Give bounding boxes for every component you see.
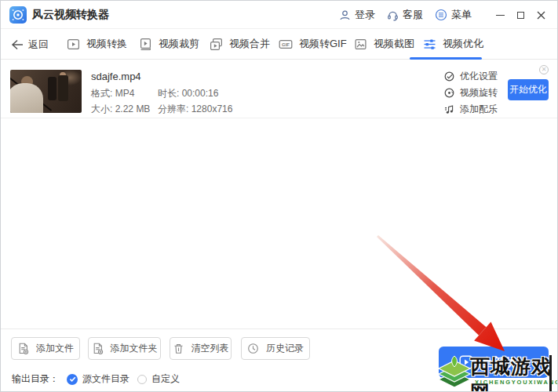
app-logo-icon: [9, 6, 27, 24]
music-note-icon: [444, 104, 454, 114]
tab-video-to-gif[interactable]: GIF 视频转GIF: [279, 37, 347, 51]
tab-label: 视频转换: [86, 37, 127, 51]
history-clock-icon: [247, 343, 259, 354]
radio-unchecked-icon: [137, 375, 147, 384]
radio-checked-icon: [67, 374, 78, 385]
toolbar-button-label: 清空列表: [191, 342, 229, 355]
maximize-button[interactable]: [510, 1, 531, 29]
back-button[interactable]: 返回: [11, 38, 49, 52]
toolbar-divider: [1, 328, 558, 329]
video-convert-icon: [67, 38, 80, 51]
tab-video-convert[interactable]: 视频转换: [67, 37, 127, 51]
remove-file-icon[interactable]: ✕: [539, 65, 549, 74]
tab-label: 视频转GIF: [299, 37, 347, 51]
tab-video-merge[interactable]: 视频合并: [210, 37, 270, 51]
gif-icon: GIF: [279, 38, 293, 51]
action-label: 添加配乐: [460, 103, 498, 116]
headset-icon: [387, 9, 399, 21]
play-icon: [459, 355, 473, 369]
clear-list-button[interactable]: 清空列表: [170, 337, 232, 360]
file-actions: 优化设置 视频旋转 添加配乐: [444, 68, 498, 118]
file-duration: 时长: 00:00:16: [158, 87, 218, 100]
check-circle-icon: [444, 71, 454, 82]
menu-label: 菜单: [451, 8, 472, 22]
close-icon: [537, 11, 545, 20]
login-button[interactable]: 登录: [339, 8, 375, 22]
tab-video-optimize[interactable]: 视频优化: [423, 37, 483, 51]
app-title: 风云视频转换器: [32, 8, 109, 22]
close-button[interactable]: [531, 1, 551, 29]
back-label: 返回: [28, 38, 49, 52]
watermark-divider-bar: [549, 355, 552, 391]
optimize-all-button[interactable]: 全部优化: [439, 347, 549, 378]
tab-label: 视频截图: [374, 37, 414, 51]
toolbar-button-label: 添加文件夹: [111, 342, 158, 355]
file-plus-icon: [17, 343, 29, 354]
history-button[interactable]: 历史记录: [241, 337, 310, 360]
optimize-all-label: 全部优化: [481, 355, 528, 370]
file-resolution: 分辨率: 1280x716: [158, 103, 232, 116]
window-controls: [490, 1, 551, 29]
minimize-icon: [496, 15, 505, 16]
file-size: 大小: 2.22 MB: [91, 103, 150, 116]
action-label: 视频旋转: [460, 86, 498, 100]
login-person-icon: [339, 9, 351, 21]
output-directory-bar: 输出目录： 源文件目录 自定义: [12, 372, 180, 386]
customer-service-label: 客服: [403, 8, 423, 22]
toolbar-button-label: 历史记录: [266, 342, 304, 355]
svg-text:GIF: GIF: [282, 42, 290, 47]
watermark-subtext: XICHENGYOUXIWANG: [475, 379, 558, 386]
app-window: 风云视频转换器 登录 客服: [0, 0, 558, 392]
maximize-icon: [517, 12, 524, 19]
optimize-sliders-icon: [423, 38, 436, 51]
start-optimize-button[interactable]: 开始优化: [508, 79, 549, 100]
file-name: sdajfe.mp4: [91, 71, 141, 82]
titlebar-actions: 登录 客服 菜单: [339, 1, 551, 29]
minimize-button[interactable]: [490, 1, 510, 29]
tab-label: 视频裁剪: [159, 37, 199, 51]
active-tab-underline: [410, 57, 482, 60]
menu-hamburger-icon: [435, 9, 447, 21]
toolbar-button-label: 添加文件: [36, 342, 74, 355]
radio-label: 源文件目录: [82, 372, 129, 386]
trash-icon: [173, 343, 184, 354]
file-format: 格式: MP4: [91, 87, 134, 100]
tab-video-crop[interactable]: 视频裁剪: [139, 37, 199, 51]
customer-service-button[interactable]: 客服: [387, 8, 423, 22]
menu-button[interactable]: 菜单: [435, 8, 472, 22]
tab-video-screenshot[interactable]: 视频截图: [354, 37, 414, 51]
tab-label: 视频合并: [229, 37, 270, 51]
video-rotate-link[interactable]: 视频旋转: [444, 85, 498, 101]
add-music-link[interactable]: 添加配乐: [444, 101, 498, 118]
video-thumbnail: [10, 70, 82, 113]
radio-label: 自定义: [151, 372, 180, 386]
rotate-icon: [444, 88, 454, 98]
add-file-button[interactable]: 添加文件: [11, 337, 80, 360]
folder-plus-icon: [92, 343, 104, 354]
login-label: 登录: [355, 8, 375, 22]
back-arrow-icon: [11, 39, 24, 50]
screenshot-icon: [354, 38, 367, 51]
tab-label: 视频优化: [443, 37, 483, 51]
titlebar: 风云视频转换器 登录 客服: [1, 1, 558, 29]
action-label: 优化设置: [460, 70, 498, 83]
video-crop-icon: [139, 38, 152, 51]
file-list-item: sdajfe.mp4 格式: MP4 时长: 00:00:16 大小: 2.22…: [1, 60, 558, 118]
feature-tab-bar: 返回 视频转换 视频裁剪 视频合并: [1, 30, 558, 60]
radio-source-directory[interactable]: 源文件目录: [67, 372, 129, 386]
output-directory-label: 输出目录：: [12, 372, 59, 386]
optimize-settings-link[interactable]: 优化设置: [444, 68, 498, 85]
add-folder-button[interactable]: 添加文件夹: [88, 337, 161, 360]
radio-custom-directory[interactable]: 自定义: [137, 372, 180, 386]
video-merge-icon: [210, 38, 223, 51]
